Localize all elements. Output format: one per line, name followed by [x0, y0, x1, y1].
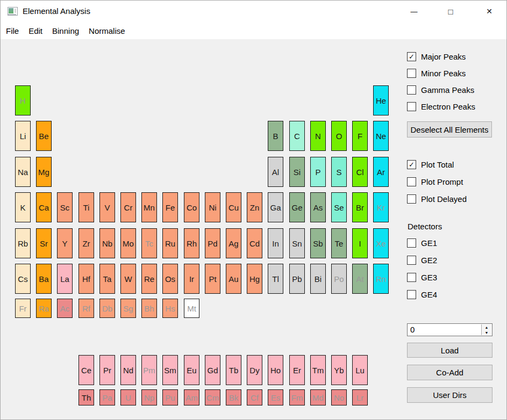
element-cell-Am[interactable]: Am [184, 389, 199, 405]
element-cell-Kr[interactable]: Kr [373, 192, 389, 222]
checkbox-box[interactable] [407, 69, 416, 78]
element-cell-Tb[interactable]: Tb [226, 355, 241, 385]
element-cell-V[interactable]: V [99, 192, 115, 222]
checkbox-box[interactable] [407, 290, 416, 299]
checkbox-box[interactable] [407, 238, 416, 248]
element-cell-Nb[interactable]: Nb [99, 228, 115, 258]
element-cell-W[interactable]: W [120, 264, 136, 294]
checkbox-major-peaks[interactable]: ✓Major Peaks [407, 52, 501, 61]
checkbox-ge1[interactable]: GE1 [407, 238, 501, 248]
element-cell-Pd[interactable]: Pd [205, 228, 220, 258]
checkbox-plot-delayed[interactable]: Plot Delayed [407, 194, 501, 204]
element-cell-Mg[interactable]: Mg [36, 157, 52, 187]
element-cell-Rh[interactable]: Rh [184, 228, 199, 258]
element-cell-Al[interactable]: Al [268, 157, 283, 187]
element-cell-Mo[interactable]: Mo [120, 228, 136, 258]
element-cell-Au[interactable]: Au [226, 264, 241, 294]
checkbox-plot-prompt[interactable]: Plot Prompt [407, 177, 501, 186]
element-cell-I[interactable]: I [352, 228, 368, 258]
element-cell-Sr[interactable]: Sr [36, 228, 52, 258]
checkbox-box[interactable] [407, 177, 416, 186]
element-cell-Sb[interactable]: Sb [310, 228, 326, 258]
element-cell-Xe[interactable]: Xe [373, 228, 389, 258]
element-cell-Sm[interactable]: Sm [162, 355, 178, 385]
element-cell-Li[interactable]: Li [15, 121, 31, 151]
element-cell-Rb[interactable]: Rb [15, 228, 31, 258]
element-cell-Ge[interactable]: Ge [289, 192, 305, 222]
element-cell-Br[interactable]: Br [352, 192, 368, 222]
element-cell-Si[interactable]: Si [289, 157, 305, 187]
element-cell-Hf[interactable]: Hf [78, 264, 94, 294]
element-cell-Ta[interactable]: Ta [99, 264, 115, 294]
checkbox-ge4[interactable]: GE4 [407, 290, 501, 299]
element-cell-Cr[interactable]: Cr [120, 192, 136, 222]
element-cell-He[interactable]: He [373, 85, 389, 115]
spinbox-value[interactable]: 0 [410, 325, 415, 334]
element-cell-Te[interactable]: Te [331, 228, 347, 258]
element-cell-Hg[interactable]: Hg [247, 264, 262, 294]
element-cell-At[interactable]: At [352, 264, 368, 294]
element-cell-Po[interactable]: Po [331, 264, 347, 294]
element-cell-Md[interactable]: Md [310, 389, 326, 405]
checkbox-electron-peaks[interactable]: Electron Peaks [407, 102, 501, 111]
element-cell-Bk[interactable]: Bk [226, 389, 241, 405]
checkbox-box[interactable] [407, 102, 416, 111]
element-cell-Sc[interactable]: Sc [57, 192, 73, 222]
element-cell-Mn[interactable]: Mn [141, 192, 157, 222]
element-cell-Tl[interactable]: Tl [268, 264, 283, 294]
element-cell-Ga[interactable]: Ga [268, 192, 283, 222]
spin-up-icon[interactable]: ▲ [482, 324, 491, 330]
element-cell-P[interactable]: P [310, 157, 326, 187]
element-cell-Re[interactable]: Re [141, 264, 157, 294]
element-cell-Co[interactable]: Co [184, 192, 199, 222]
element-cell-Er[interactable]: Er [289, 355, 305, 385]
element-cell-Tc[interactable]: Tc [141, 228, 157, 258]
element-cell-Ac[interactable]: Ac [57, 299, 73, 318]
element-cell-Pu[interactable]: Pu [162, 389, 178, 405]
element-cell-Ag[interactable]: Ag [226, 228, 241, 258]
element-cell-Zr[interactable]: Zr [78, 228, 94, 258]
element-cell-Bh[interactable]: Bh [141, 299, 157, 318]
element-cell-Pm[interactable]: Pm [141, 355, 157, 385]
element-cell-C[interactable]: C [289, 121, 305, 151]
element-cell-Dy[interactable]: Dy [247, 355, 262, 385]
checkbox-gamma-peaks[interactable]: Gamma Peaks [407, 85, 501, 95]
element-cell-La[interactable]: La [57, 264, 73, 294]
checkbox-box[interactable]: ✓ [407, 52, 416, 61]
element-cell-Eu[interactable]: Eu [184, 355, 199, 385]
element-cell-U[interactable]: U [120, 389, 136, 405]
element-cell-Y[interactable]: Y [57, 228, 73, 258]
element-cell-Es[interactable]: Es [268, 389, 283, 405]
element-cell-As[interactable]: As [310, 192, 326, 222]
element-cell-Rn[interactable]: Rn [373, 264, 389, 294]
element-cell-Ra[interactable]: Ra [36, 299, 52, 318]
element-cell-Ne[interactable]: Ne [373, 121, 389, 151]
checkbox-box[interactable] [407, 85, 416, 95]
element-cell-Sg[interactable]: Sg [120, 299, 136, 318]
checkbox-plot-total[interactable]: ✓Plot Total [407, 160, 501, 169]
element-cell-No[interactable]: No [331, 389, 347, 405]
element-cell-Ca[interactable]: Ca [36, 192, 52, 222]
element-cell-Mt[interactable]: Mt [184, 299, 199, 318]
element-cell-Fm[interactable]: Fm [289, 389, 305, 405]
spin-down-icon[interactable]: ▼ [482, 330, 491, 335]
element-cell-Pa[interactable]: Pa [99, 389, 115, 405]
checkbox-minor-peaks[interactable]: Minor Peaks [407, 69, 501, 78]
checkbox-ge2[interactable]: GE2 [407, 256, 501, 265]
element-cell-Lu[interactable]: Lu [352, 355, 368, 385]
element-cell-Se[interactable]: Se [331, 192, 347, 222]
element-cell-Pr[interactable]: Pr [99, 355, 115, 385]
element-cell-Cl[interactable]: Cl [352, 157, 368, 187]
checkbox-box[interactable] [407, 273, 416, 282]
element-cell-F[interactable]: F [352, 121, 368, 151]
checkbox-box[interactable] [407, 256, 416, 265]
element-cell-Ce[interactable]: Ce [78, 355, 94, 385]
element-cell-Ho[interactable]: Ho [268, 355, 283, 385]
element-cell-Zn[interactable]: Zn [247, 192, 262, 222]
element-cell-Cu[interactable]: Cu [226, 192, 241, 222]
element-cell-Cd[interactable]: Cd [247, 228, 262, 258]
element-cell-Na[interactable]: Na [15, 157, 31, 187]
element-cell-Cm[interactable]: Cm [205, 389, 220, 405]
element-cell-Fe[interactable]: Fe [162, 192, 178, 222]
deselect-all-elements-button[interactable]: Deselect All Elements [407, 121, 492, 137]
